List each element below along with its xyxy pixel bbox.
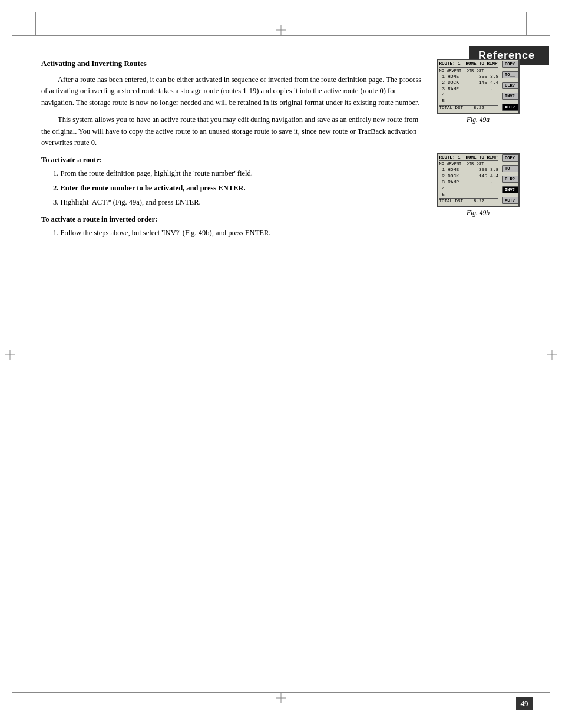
gps-buttons-49b: COPY TO__ CLR? INV? ACT? [502,154,518,206]
screen-title-49b: ROUTE: 1 HOME TO RIMP [439,155,498,162]
screen-total-49a: TOTAL DST 8.22 [439,105,498,111]
step-1-1: 1. From the route definition page, highl… [53,168,424,179]
crosshair-left [5,350,15,360]
text-column: Activating and Inverting Routes After a … [41,59,424,242]
page-number: 49 [516,697,533,710]
top-rule [12,35,550,36]
gps-screen-49a: ROUTE: 1 HOME TO RIMP NO WRVPNT DTR DST … [437,59,520,114]
btn-copy-49a: COPY [502,61,518,68]
screen-total-49b: TOTAL DST 8.22 [439,198,498,205]
screen-row-2-49a: 2 DOCK 145 4.4 [439,80,498,85]
screen-row-3-49b: 3 RAMP . [439,179,498,185]
figures-column: ROUTE: 1 HOME TO RIMP NO WRVPNT DTR DST … [435,59,521,242]
btn-inv-49b: INV? [502,186,518,193]
crosshair-bottom [276,693,286,703]
btn-inv-49a: INV? [502,93,518,100]
btn-to-49a: TO__ [502,71,518,78]
screen-cols-49a: NO WRVPNT DTR DST [439,68,498,74]
content-area: Activating and Inverting Routes After a … [41,59,521,669]
btn-to-49b: TO__ [502,165,518,172]
screen-row-4-49b: 4 ------- --- -- [439,186,498,192]
step-1-2: 2. Enter the route number to be activate… [53,183,424,194]
caption-49b: Fig. 49b [467,209,490,216]
right-rule-top [526,12,527,35]
screen-row-4-49a: 4 ------- --- -- [439,92,498,98]
crosshair-top [276,25,286,35]
bottom-rule [12,692,550,693]
screen-row-1-49b: 1 HOME 355 3.8 [439,167,498,173]
screen-title-49a: ROUTE: 1 HOME TO RIMP [439,61,498,68]
step-1-2-bold: 2. Enter the route number to be activate… [53,184,246,192]
gps-buttons-49a: COPY TO__ CLR? INV? ACT? [502,60,518,113]
paragraph-1: After a route has been entered, it can b… [41,74,424,108]
screen-row-3-49a: 3 RAMP . [439,86,498,92]
step-2-1: 1. Follow the steps above, but select 'I… [53,228,424,239]
btn-clr-49b: CLR? [502,176,518,183]
figure-49b: ROUTE: 1 HOME TO RIMP NO WRVPNT DTR DST … [435,153,521,217]
caption-49a: Fig. 49a [467,116,490,123]
screen-row-5-49b: 5 ------- --- -- [439,192,498,197]
screen-row-1-49a: 1 HOME 355 3.8 [439,74,498,80]
btn-copy-49b: COPY [502,154,518,162]
screen-cols-49b: NO WRVPNT DTR DST [439,162,498,167]
sub-heading-activate: To activate a route: [41,156,424,164]
section-title: Activating and Inverting Routes [41,59,424,68]
screen-row-5-49a: 5 ------- --- -- [439,98,498,104]
crosshair-right [547,350,557,360]
paragraph-2: This system allows you to have an active… [41,114,424,149]
screen-row-2-49b: 2 DOCK 145 4.4 [439,173,498,179]
gps-screen-49b: ROUTE: 1 HOME TO RIMP NO WRVPNT DTR DST … [437,153,520,207]
main-layout: Activating and Inverting Routes After a … [41,59,521,242]
figure-49a: ROUTE: 1 HOME TO RIMP NO WRVPNT DTR DST … [435,59,521,123]
btn-act-49a: ACT? [502,104,518,111]
btn-act-49b: ACT? [502,197,518,204]
left-rule-top [35,12,36,35]
step-1-3: 3. Highlight 'ACT?' (Fig. 49a), and pres… [53,197,424,208]
btn-clr-49a: CLR? [502,82,518,89]
sub-heading-inverted: To activate a route in inverted order: [41,215,424,224]
